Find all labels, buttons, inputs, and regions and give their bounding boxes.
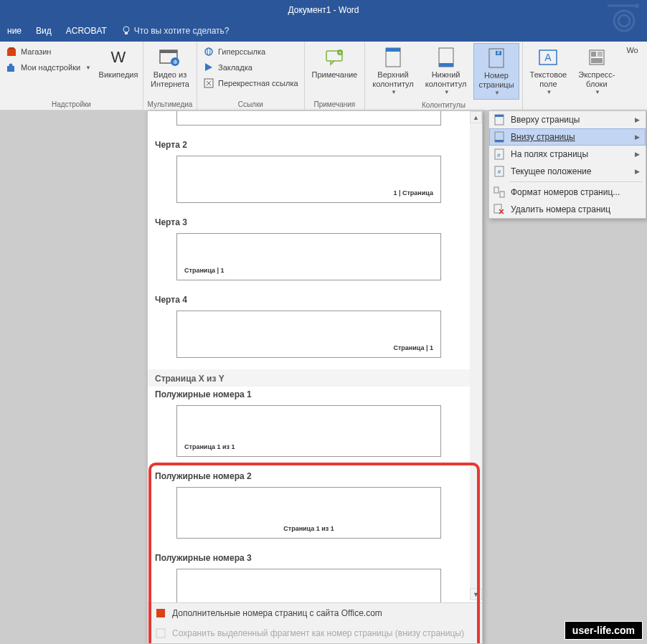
svg-rect-34 (495, 115, 504, 117)
submenu-arrow-icon: ▶ (635, 133, 640, 141)
menu-page-margins[interactable]: # На полях страницы ▶ (489, 146, 646, 163)
footer-button[interactable]: Нижний колонтитул ▼ (421, 43, 471, 98)
group-headerfooter: Верхний колонтитул ▼ Нижний колонтитул ▼… (365, 42, 522, 110)
svg-point-15 (207, 48, 210, 55)
footer-icon (435, 46, 458, 69)
svg-point-8 (9, 64, 13, 67)
office-icon (155, 607, 166, 619)
menu-remove-numbers[interactable]: Удалить номера страниц (489, 201, 646, 218)
submenu-arrow-icon: ▶ (635, 168, 640, 175)
tab-view[interactable]: Вид (36, 26, 52, 36)
margins-icon: # (493, 148, 505, 160)
svg-text:+: + (339, 49, 342, 56)
svg-rect-6 (7, 49, 16, 56)
svg-point-0 (614, 11, 634, 31)
site-watermark: user-life.com (565, 621, 643, 640)
scroll-up-icon[interactable]: ▲ (470, 111, 482, 123)
gallery-section-header: Страница X из Y (148, 369, 470, 387)
dropdown-arrow-icon: ▼ (494, 90, 500, 96)
gallery-preview[interactable]: Страница 1 из 1 (176, 405, 441, 457)
group-addins: Магазин Мои надстройки ▼ W Википедия Над… (0, 42, 143, 110)
save-selection-button: Сохранить выделенный фрагмент как номер … (148, 623, 482, 643)
gallery-item-label: Полужирные номера 1 (148, 387, 470, 402)
svg-rect-36 (495, 140, 504, 142)
menu-format-numbers[interactable]: Формат номеров страниц... (489, 184, 646, 201)
svg-point-3 (635, 4, 639, 8)
bottom-page-icon (493, 131, 505, 143)
menu-current-position[interactable]: # Текущее положение ▶ (489, 163, 646, 180)
svg-text:W: W (111, 49, 126, 65)
wikipedia-icon: W (107, 46, 130, 69)
current-pos-icon: # (493, 166, 505, 177)
svg-text:⊕: ⊕ (173, 59, 178, 65)
save-icon (155, 628, 166, 639)
tab-partial[interactable]: ние (7, 26, 22, 36)
wordart-button[interactable]: Wo (622, 43, 642, 58)
svg-rect-42 (500, 191, 504, 197)
crossref-button[interactable]: Перекрестная ссылка (200, 76, 301, 90)
wikipedia-button[interactable]: W Википедия (97, 43, 140, 82)
page-number-sample: Страница | 1 (393, 344, 433, 351)
gallery-preview[interactable] (176, 111, 441, 126)
svg-text:A: A (545, 52, 552, 63)
page-number-sample: Страница 1 из 1 (184, 443, 235, 450)
comment-button[interactable]: + Примечание (308, 43, 362, 82)
tell-me-search[interactable]: Что вы хотите сделать? (121, 26, 230, 36)
ribbon: Магазин Мои надстройки ▼ W Википедия Над… (0, 42, 647, 110)
online-video-button[interactable]: ⊕ Видео из Интернета (146, 43, 194, 92)
menu-top-of-page[interactable]: Вверху страницы ▶ (489, 111, 646, 128)
gallery-item-label: Черта 3 (148, 214, 470, 230)
dropdown-arrow-icon: ▼ (444, 89, 450, 95)
more-from-office-button[interactable]: Дополнительные номера страниц с сайта Of… (148, 603, 482, 623)
page-number-sample: Страница 1 из 1 (283, 525, 334, 532)
gallery-preview[interactable]: Страница | 1 (176, 233, 441, 280)
group-text: A Текстовое поле ▼ Экспресс- блоки ▼ Wo (523, 42, 646, 110)
bookmark-button[interactable]: Закладка (200, 60, 301, 75)
gallery-item-label: Полужирные номера 2 (148, 468, 470, 484)
gallery-preview[interactable]: 1 | Страница (176, 156, 441, 203)
watermark-logo (604, 3, 640, 35)
gallery-preview[interactable]: Страница 1 из 1 (176, 487, 441, 539)
hyperlink-button[interactable]: Гиперссылка (200, 44, 301, 59)
gallery-footer: Дополнительные номера страниц с сайта Of… (148, 602, 482, 643)
menu-separator (509, 181, 643, 182)
crossref-icon (203, 77, 214, 89)
svg-rect-41 (494, 187, 499, 193)
menu-bottom-of-page[interactable]: Внизу страницы ▶ (489, 128, 646, 146)
document-title: Документ1 - Word (288, 5, 359, 15)
textbox-button[interactable]: A Текстовое поле ▼ (526, 43, 572, 98)
svg-text:#: # (497, 152, 501, 158)
svg-rect-45 (156, 629, 165, 638)
title-bar: Документ1 - Word (0, 0, 647, 20)
svg-rect-43 (494, 204, 501, 213)
lightbulb-icon (121, 26, 131, 36)
gallery-item-label: Полужирные номера 3 (148, 550, 470, 566)
gallery-preview[interactable]: Страница | 1 (176, 311, 441, 358)
group-links: Гиперссылка Закладка Перекрестная ссылка… (197, 42, 305, 110)
tab-acrobat[interactable]: ACROBAT (66, 26, 107, 36)
submenu-arrow-icon: ▶ (635, 151, 640, 158)
store-icon (6, 46, 17, 57)
pagenumber-dropdown: Вверху страницы ▶ Внизу страницы ▶ # На … (488, 110, 646, 219)
group-label-addins: Надстройки (3, 99, 140, 110)
group-media: ⊕ Видео из Интернета Мультимедиа (143, 42, 197, 110)
video-icon: ⊕ (159, 46, 181, 69)
scroll-down-icon[interactable]: ▼ (470, 588, 482, 600)
header-button[interactable]: Верхний колонтитул ▼ (368, 43, 418, 98)
page-number-button[interactable]: # Номер страницы ▼ (473, 43, 519, 100)
gallery-scrollbar[interactable]: ▲ ▼ (470, 111, 482, 600)
store-button[interactable]: Магазин (3, 44, 94, 59)
header-icon (382, 46, 405, 69)
svg-text:#: # (498, 169, 501, 175)
bookmark-icon (203, 62, 214, 73)
svg-rect-5 (125, 32, 128, 34)
remove-icon (493, 204, 505, 215)
quickparts-button[interactable]: Экспресс- блоки ▼ (574, 43, 619, 98)
ribbon-tabs: ние Вид ACROBAT Что вы хотите сделать? (0, 20, 647, 42)
dropdown-arrow-icon: ▼ (85, 65, 91, 71)
svg-rect-21 (386, 48, 400, 52)
puzzle-icon (6, 62, 17, 73)
my-addins-button[interactable]: Мои надстройки ▼ (3, 60, 94, 75)
dropdown-arrow-icon: ▼ (546, 89, 552, 95)
comment-icon: + (323, 46, 346, 69)
